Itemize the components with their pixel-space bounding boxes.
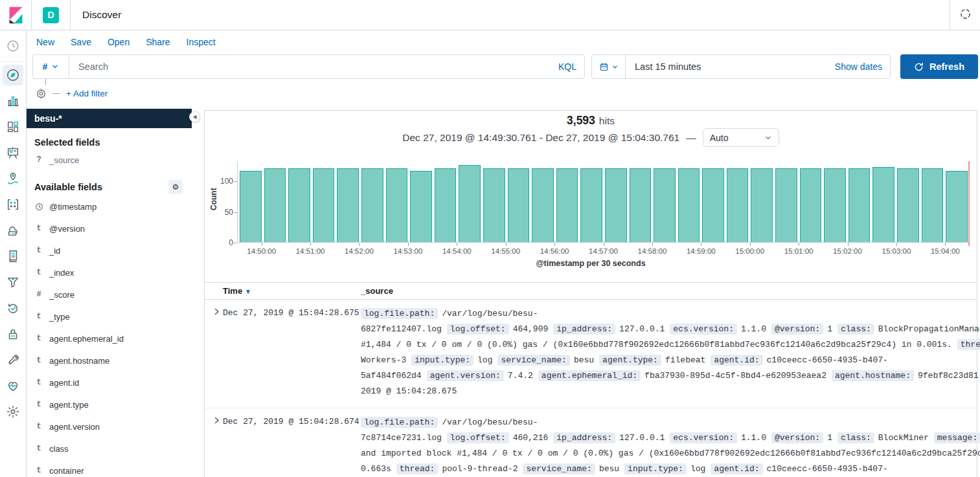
app-link-maps[interactable] — [0, 166, 26, 192]
index-pattern-switcher[interactable]: besu-* — [27, 109, 192, 128]
field-_source[interactable]: ?_source — [27, 149, 192, 171]
interval-select[interactable]: Auto — [703, 128, 779, 147]
histogram-bar-15:01:30[interactable] — [824, 168, 846, 242]
search-input[interactable] — [69, 61, 551, 72]
histogram-bar-14:56:00[interactable] — [556, 168, 578, 242]
show-dates-button[interactable]: Show dates — [827, 61, 890, 72]
field-_index[interactable]: t_index — [27, 261, 192, 283]
field-agent.type[interactable]: tagent.type — [27, 394, 192, 416]
field-agent.version[interactable]: tagent.version — [27, 416, 192, 438]
table-rows: Dec 27, 2019 @ 15:04:28.675log.file.path… — [205, 300, 977, 477]
filter-language-dropdown[interactable]: # — [33, 55, 69, 78]
x-tick-mark — [945, 243, 946, 246]
nav-link-save[interactable]: Save — [71, 37, 91, 47]
app-link-stack-monitoring[interactable] — [0, 373, 26, 399]
histogram-bar-14:55:00[interactable] — [508, 168, 530, 242]
app-link-siem[interactable] — [0, 321, 26, 347]
histogram-bar-14:57:30[interactable] — [630, 168, 652, 242]
histogram-bars[interactable] — [238, 161, 970, 242]
app-link-canvas[interactable] — [0, 140, 26, 166]
app-link-visualize[interactable] — [0, 88, 26, 114]
hits-header: 3,593hits — [205, 114, 977, 128]
app-link-discover[interactable] — [0, 62, 26, 88]
time-column-header[interactable]: Time▼ — [223, 286, 361, 296]
histogram-bar-14:56:30[interactable] — [580, 168, 602, 242]
histogram-bar-15:01:00[interactable] — [800, 168, 822, 242]
histogram-bar-14:58:00[interactable] — [654, 168, 676, 242]
app-link-logs[interactable] — [0, 243, 26, 269]
nav-link-share[interactable]: Share — [146, 37, 170, 47]
histogram-bar-14:59:00[interactable] — [702, 168, 724, 242]
histogram-bar-15:02:30[interactable] — [872, 167, 895, 242]
histogram-bar-15:00:30[interactable] — [775, 168, 797, 242]
app-link-management[interactable] — [0, 399, 26, 425]
filter-options-gear-icon[interactable] — [36, 88, 47, 99]
kibana-logo[interactable] — [0, 6, 31, 25]
histogram-bar-14:53:00[interactable] — [410, 171, 432, 242]
chart-time-range: Dec 27, 2019 @ 14:49:30.761 - Dec 27, 20… — [402, 132, 679, 144]
x-tick-mark — [262, 243, 262, 246]
y-tick-mark — [234, 243, 237, 243]
histogram-bar-14:53:30[interactable] — [435, 168, 457, 242]
app-link-uptime[interactable] — [0, 295, 26, 321]
field-settings-button[interactable]: ⚙ — [168, 180, 183, 194]
refresh-icon — [914, 62, 924, 72]
collapse-sidebar-button[interactable]: ◀ — [189, 111, 200, 122]
histogram-bar-14:51:30[interactable] — [337, 168, 359, 242]
divider — [31, 0, 32, 30]
histogram-bar-14:52:00[interactable] — [361, 168, 383, 242]
field-_type[interactable]: t_type — [27, 305, 192, 327]
quick-select-menu[interactable] — [592, 55, 626, 78]
field-class[interactable]: tclass — [27, 438, 192, 460]
nav-link-inspect[interactable]: Inspect — [187, 37, 216, 47]
app-link-machine-learning[interactable] — [0, 192, 26, 217]
app-link-dev-tools[interactable] — [0, 347, 26, 373]
histogram-bar-14:50:00[interactable] — [264, 168, 286, 242]
histogram-bar-15:03:30[interactable] — [922, 168, 944, 242]
histogram-plot-area[interactable] — [237, 161, 970, 243]
time-range-button[interactable]: Last 15 minutes — [626, 61, 827, 72]
field-agent.hostname[interactable]: tagent.hostname — [27, 349, 192, 372]
field-agent.ephemeral_id[interactable]: tagent.ephemeral_id — [27, 327, 192, 349]
kql-language-button[interactable]: KQL — [551, 61, 584, 72]
app-link-metrics[interactable] — [0, 217, 26, 243]
histogram-bar-14:51:00[interactable] — [313, 168, 335, 242]
histogram-bar-14:55:30[interactable] — [532, 168, 554, 242]
field-value: 127.0.0.1 — [619, 324, 665, 334]
histogram-bar-14:57:00[interactable] — [605, 168, 627, 242]
histogram-bar-14:50:30[interactable] — [288, 168, 310, 242]
field-container[interactable]: tcontainer — [27, 460, 192, 477]
nav-link-open[interactable]: Open — [108, 37, 130, 47]
field-key-badge: ip_address: — [553, 324, 615, 335]
histogram-bar-15:00:00[interactable] — [751, 168, 773, 242]
refresh-button[interactable]: Refresh — [900, 54, 978, 79]
expand-row-button[interactable] — [205, 415, 223, 426]
help-menu-button[interactable] — [950, 0, 980, 30]
field-key-badge: input.type: — [411, 355, 473, 366]
histogram-bar-15:03:00[interactable] — [897, 168, 919, 242]
nav-link-new[interactable]: New — [36, 37, 54, 47]
histogram-bar-14:54:00[interactable] — [459, 165, 481, 242]
field-name: _type — [49, 312, 70, 322]
unknown-field-icon: ? — [34, 155, 43, 164]
field-@timestamp[interactable]: @timestamp — [27, 195, 192, 217]
expand-row-button[interactable] — [205, 306, 223, 317]
app-link-apm[interactable] — [0, 269, 26, 295]
histogram-bar-14:54:30[interactable] — [483, 168, 505, 242]
sort-desc-icon[interactable]: ▼ — [245, 288, 251, 295]
histogram-bar-15:04:00[interactable] — [946, 171, 968, 242]
field-agent.id[interactable]: tagent.id — [27, 372, 192, 394]
add-filter-button[interactable]: + Add filter — [66, 89, 108, 98]
field-_id[interactable]: t_id — [27, 239, 192, 261]
app-link-recent[interactable] — [0, 30, 26, 62]
histogram-bar-14:59:30[interactable] — [727, 168, 749, 242]
app-rail — [0, 30, 27, 477]
histogram-bar-15:02:00[interactable] — [849, 168, 871, 242]
app-link-dashboard[interactable] — [0, 114, 26, 140]
field-@version[interactable]: t@version — [27, 217, 192, 239]
histogram-bar-14:49:30[interactable] — [240, 171, 262, 242]
field-name: _id — [49, 246, 60, 256]
field-_score[interactable]: #_score — [27, 283, 192, 305]
histogram-bar-14:52:30[interactable] — [386, 168, 408, 242]
histogram-bar-14:58:30[interactable] — [678, 168, 700, 242]
